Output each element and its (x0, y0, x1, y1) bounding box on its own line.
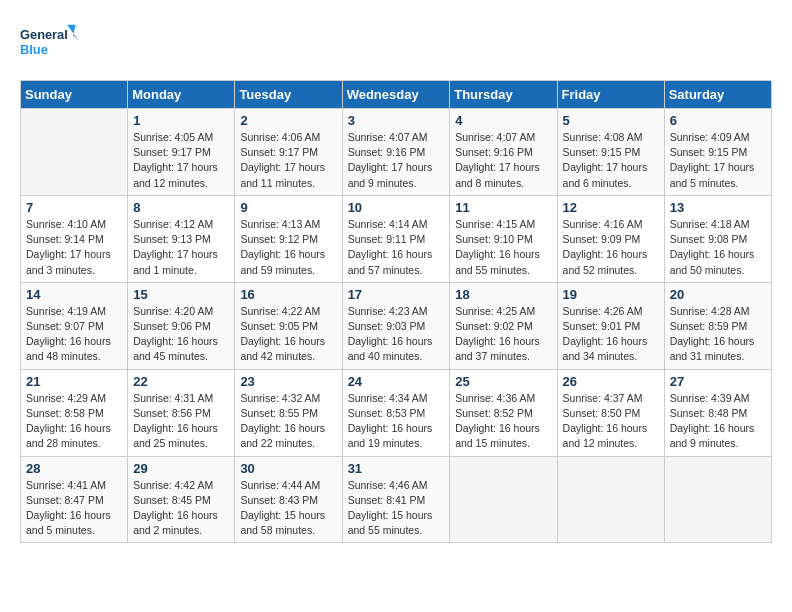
header-thursday: Thursday (450, 81, 557, 109)
day-info: Sunrise: 4:32 AM Sunset: 8:55 PM Dayligh… (240, 391, 336, 452)
calendar-cell: 12 Sunrise: 4:16 AM Sunset: 9:09 PM Dayl… (557, 195, 664, 282)
day-info: Sunrise: 4:28 AM Sunset: 8:59 PM Dayligh… (670, 304, 766, 365)
calendar-cell: 7 Sunrise: 4:10 AM Sunset: 9:14 PM Dayli… (21, 195, 128, 282)
day-number: 8 (133, 200, 229, 215)
calendar-cell: 29 Sunrise: 4:42 AM Sunset: 8:45 PM Dayl… (128, 456, 235, 543)
calendar-cell: 11 Sunrise: 4:15 AM Sunset: 9:10 PM Dayl… (450, 195, 557, 282)
calendar-cell: 16 Sunrise: 4:22 AM Sunset: 9:05 PM Dayl… (235, 282, 342, 369)
calendar-cell: 8 Sunrise: 4:12 AM Sunset: 9:13 PM Dayli… (128, 195, 235, 282)
day-info: Sunrise: 4:13 AM Sunset: 9:12 PM Dayligh… (240, 217, 336, 278)
day-info: Sunrise: 4:36 AM Sunset: 8:52 PM Dayligh… (455, 391, 551, 452)
day-info: Sunrise: 4:05 AM Sunset: 9:17 PM Dayligh… (133, 130, 229, 191)
calendar-cell: 20 Sunrise: 4:28 AM Sunset: 8:59 PM Dayl… (664, 282, 771, 369)
day-info: Sunrise: 4:23 AM Sunset: 9:03 PM Dayligh… (348, 304, 445, 365)
calendar-cell: 22 Sunrise: 4:31 AM Sunset: 8:56 PM Dayl… (128, 369, 235, 456)
calendar-cell: 9 Sunrise: 4:13 AM Sunset: 9:12 PM Dayli… (235, 195, 342, 282)
calendar-cell: 21 Sunrise: 4:29 AM Sunset: 8:58 PM Dayl… (21, 369, 128, 456)
calendar-cell: 30 Sunrise: 4:44 AM Sunset: 8:43 PM Dayl… (235, 456, 342, 543)
day-info: Sunrise: 4:07 AM Sunset: 9:16 PM Dayligh… (348, 130, 445, 191)
day-number: 6 (670, 113, 766, 128)
day-number: 3 (348, 113, 445, 128)
svg-text:Blue: Blue (20, 42, 48, 57)
day-info: Sunrise: 4:14 AM Sunset: 9:11 PM Dayligh… (348, 217, 445, 278)
header-monday: Monday (128, 81, 235, 109)
calendar-cell (21, 109, 128, 196)
calendar-cell (557, 456, 664, 543)
calendar-week-3: 14 Sunrise: 4:19 AM Sunset: 9:07 PM Dayl… (21, 282, 772, 369)
day-info: Sunrise: 4:20 AM Sunset: 9:06 PM Dayligh… (133, 304, 229, 365)
calendar-cell: 13 Sunrise: 4:18 AM Sunset: 9:08 PM Dayl… (664, 195, 771, 282)
day-number: 24 (348, 374, 445, 389)
page-header: General Blue (20, 20, 772, 64)
day-info: Sunrise: 4:07 AM Sunset: 9:16 PM Dayligh… (455, 130, 551, 191)
day-number: 21 (26, 374, 122, 389)
calendar-cell: 2 Sunrise: 4:06 AM Sunset: 9:17 PM Dayli… (235, 109, 342, 196)
calendar-header-row: SundayMondayTuesdayWednesdayThursdayFrid… (21, 81, 772, 109)
day-info: Sunrise: 4:15 AM Sunset: 9:10 PM Dayligh… (455, 217, 551, 278)
svg-text:General: General (20, 27, 68, 42)
day-number: 27 (670, 374, 766, 389)
day-number: 30 (240, 461, 336, 476)
day-info: Sunrise: 4:12 AM Sunset: 9:13 PM Dayligh… (133, 217, 229, 278)
day-number: 18 (455, 287, 551, 302)
day-number: 10 (348, 200, 445, 215)
calendar-cell: 10 Sunrise: 4:14 AM Sunset: 9:11 PM Dayl… (342, 195, 450, 282)
calendar-cell: 25 Sunrise: 4:36 AM Sunset: 8:52 PM Dayl… (450, 369, 557, 456)
day-info: Sunrise: 4:44 AM Sunset: 8:43 PM Dayligh… (240, 478, 336, 539)
day-info: Sunrise: 4:37 AM Sunset: 8:50 PM Dayligh… (563, 391, 659, 452)
day-number: 16 (240, 287, 336, 302)
calendar-cell: 19 Sunrise: 4:26 AM Sunset: 9:01 PM Dayl… (557, 282, 664, 369)
day-number: 14 (26, 287, 122, 302)
day-number: 31 (348, 461, 445, 476)
day-number: 19 (563, 287, 659, 302)
day-info: Sunrise: 4:39 AM Sunset: 8:48 PM Dayligh… (670, 391, 766, 452)
calendar-week-2: 7 Sunrise: 4:10 AM Sunset: 9:14 PM Dayli… (21, 195, 772, 282)
day-number: 5 (563, 113, 659, 128)
svg-marker-2 (67, 25, 78, 40)
day-info: Sunrise: 4:31 AM Sunset: 8:56 PM Dayligh… (133, 391, 229, 452)
calendar-cell: 26 Sunrise: 4:37 AM Sunset: 8:50 PM Dayl… (557, 369, 664, 456)
day-info: Sunrise: 4:18 AM Sunset: 9:08 PM Dayligh… (670, 217, 766, 278)
calendar-cell: 5 Sunrise: 4:08 AM Sunset: 9:15 PM Dayli… (557, 109, 664, 196)
day-info: Sunrise: 4:34 AM Sunset: 8:53 PM Dayligh… (348, 391, 445, 452)
day-number: 12 (563, 200, 659, 215)
day-number: 22 (133, 374, 229, 389)
day-info: Sunrise: 4:26 AM Sunset: 9:01 PM Dayligh… (563, 304, 659, 365)
calendar-cell: 27 Sunrise: 4:39 AM Sunset: 8:48 PM Dayl… (664, 369, 771, 456)
header-tuesday: Tuesday (235, 81, 342, 109)
calendar-cell: 4 Sunrise: 4:07 AM Sunset: 9:16 PM Dayli… (450, 109, 557, 196)
calendar-cell: 6 Sunrise: 4:09 AM Sunset: 9:15 PM Dayli… (664, 109, 771, 196)
header-wednesday: Wednesday (342, 81, 450, 109)
calendar-table: SundayMondayTuesdayWednesdayThursdayFrid… (20, 80, 772, 543)
calendar-cell: 15 Sunrise: 4:20 AM Sunset: 9:06 PM Dayl… (128, 282, 235, 369)
calendar-cell: 31 Sunrise: 4:46 AM Sunset: 8:41 PM Dayl… (342, 456, 450, 543)
day-number: 25 (455, 374, 551, 389)
day-info: Sunrise: 4:22 AM Sunset: 9:05 PM Dayligh… (240, 304, 336, 365)
calendar-cell: 1 Sunrise: 4:05 AM Sunset: 9:17 PM Dayli… (128, 109, 235, 196)
day-number: 28 (26, 461, 122, 476)
day-info: Sunrise: 4:29 AM Sunset: 8:58 PM Dayligh… (26, 391, 122, 452)
day-number: 20 (670, 287, 766, 302)
day-info: Sunrise: 4:42 AM Sunset: 8:45 PM Dayligh… (133, 478, 229, 539)
header-sunday: Sunday (21, 81, 128, 109)
calendar-week-1: 1 Sunrise: 4:05 AM Sunset: 9:17 PM Dayli… (21, 109, 772, 196)
day-number: 26 (563, 374, 659, 389)
day-number: 17 (348, 287, 445, 302)
day-info: Sunrise: 4:19 AM Sunset: 9:07 PM Dayligh… (26, 304, 122, 365)
calendar-week-5: 28 Sunrise: 4:41 AM Sunset: 8:47 PM Dayl… (21, 456, 772, 543)
calendar-cell: 3 Sunrise: 4:07 AM Sunset: 9:16 PM Dayli… (342, 109, 450, 196)
day-number: 4 (455, 113, 551, 128)
day-info: Sunrise: 4:25 AM Sunset: 9:02 PM Dayligh… (455, 304, 551, 365)
calendar-cell: 24 Sunrise: 4:34 AM Sunset: 8:53 PM Dayl… (342, 369, 450, 456)
calendar-cell: 23 Sunrise: 4:32 AM Sunset: 8:55 PM Dayl… (235, 369, 342, 456)
calendar-cell: 28 Sunrise: 4:41 AM Sunset: 8:47 PM Dayl… (21, 456, 128, 543)
day-info: Sunrise: 4:09 AM Sunset: 9:15 PM Dayligh… (670, 130, 766, 191)
day-number: 2 (240, 113, 336, 128)
calendar-cell: 17 Sunrise: 4:23 AM Sunset: 9:03 PM Dayl… (342, 282, 450, 369)
logo: General Blue (20, 20, 80, 64)
logo-svg: General Blue (20, 20, 80, 64)
day-info: Sunrise: 4:08 AM Sunset: 9:15 PM Dayligh… (563, 130, 659, 191)
day-number: 29 (133, 461, 229, 476)
calendar-cell: 18 Sunrise: 4:25 AM Sunset: 9:02 PM Dayl… (450, 282, 557, 369)
day-number: 13 (670, 200, 766, 215)
